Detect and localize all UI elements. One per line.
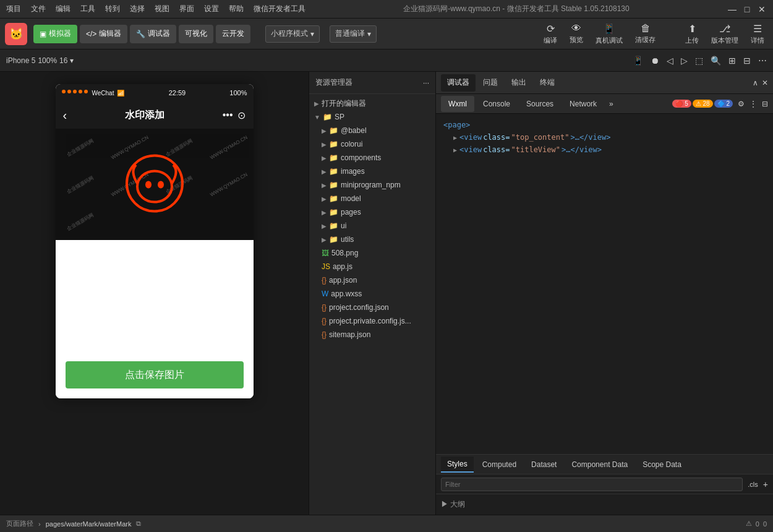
save-image-button[interactable]: 点击保存图片 [66,361,244,388]
styles-tab-styles[interactable]: Styles [441,457,474,473]
debugger-btn[interactable]: 🔧 调试器 [130,25,176,43]
warning-badge: ⚠ 28 [693,100,713,108]
wm-text-4: WWW.QYMAO.CN [209,134,248,160]
dock-icon[interactable]: ⊟ [762,100,768,108]
folder-model[interactable]: ▶ 📁 model [309,192,435,205]
folder-icon: 📁 [329,126,338,135]
detail-button[interactable]: ☰ 详情 [747,22,768,46]
screenshot-icon[interactable]: ⬚ [695,56,703,66]
menu-bar[interactable]: 项目 文件 编辑 工具 转到 选择 视图 界面 设置 帮助 微信开发者工具 [6,4,305,14]
detail-icon: ☰ [753,23,762,35]
settings-icon[interactable]: ⚙ [738,100,745,108]
forward-icon[interactable]: ▷ [681,56,688,66]
menu-item-edit[interactable]: 编辑 [56,4,70,14]
clear-cache-button[interactable]: 🗑 清缓存 [631,22,659,46]
qr-icon[interactable]: ⊞ [728,56,736,66]
real-debug-button[interactable]: 📱 真机调试 [592,22,626,46]
folder-utils[interactable]: ▶ 📁 utils [309,233,435,246]
styles-filter-input[interactable] [441,478,743,491]
back-icon[interactable]: ◁ [667,56,673,66]
version-mgr-button[interactable]: ⎇ 版本管理 [707,22,742,46]
menu-item-settings[interactable]: 设置 [204,4,219,14]
page-tab-network[interactable]: Network [562,96,604,112]
folder-components[interactable]: ▶ 📁 components [309,151,435,165]
info-badge: 🔷 2 [714,100,733,108]
back-arrow-icon[interactable]: ‹ [63,108,67,122]
more-dots-icon[interactable]: ••• [223,109,233,121]
tab-debugger[interactable]: 调试器 [441,74,476,92]
folder-ui[interactable]: ▶ 📁 ui [309,219,435,233]
search-icon[interactable]: 🔍 [711,56,721,66]
grid-icon[interactable]: ⊟ [743,56,751,66]
compile-button[interactable]: ⟳ 编译 [540,22,561,46]
menu-item-interface[interactable]: 界面 [179,4,194,14]
dom-collapse-2[interactable]: ▶ [453,147,457,153]
page-path-label: 页面路径 [6,519,33,528]
folder-colorui[interactable]: ▶ 📁 colorui [309,137,435,151]
device-info[interactable]: iPhone 5 100% 16 ▾ [6,56,74,65]
file-sitemap-json[interactable]: {} sitemap.json [309,328,435,341]
file-app-json[interactable]: {} app.json [309,273,435,287]
close-devtools-icon[interactable]: ✕ [762,79,768,87]
menu-item-goto[interactable]: 转到 [105,4,120,14]
dom-collapse-1[interactable]: ▶ [453,134,457,141]
file-508-png[interactable]: 🖼 508.png [309,246,435,260]
tab-issues[interactable]: 问题 [477,74,504,92]
record-icon[interactable]: ⏺ [651,56,659,66]
mode-dropdown[interactable]: 小程序模式 ▾ [265,25,320,43]
cloud-btn[interactable]: 云开发 [216,25,250,43]
close-button[interactable]: ✕ [757,4,767,14]
page-tab-wxml[interactable]: Wxml [441,96,474,112]
sp-root-folder[interactable]: ▼ 📁 SP [309,110,435,124]
file-explorer-more-icon[interactable]: ··· [423,79,429,87]
page-tab-console[interactable]: Console [476,96,518,112]
simulator-panel: WeChat 📶 22:59 100% ‹ 水印添加 ••• ⊙ [0,72,309,515]
file-project-private-config-js[interactable]: {} project.private.config.js... [309,314,435,328]
more-icon[interactable]: ⋯ [758,56,767,66]
menu-item-file[interactable]: 文件 [31,4,46,14]
page-tab-sources[interactable]: Sources [519,96,561,112]
opened-editors-section[interactable]: ▶ 打开的编辑器 [309,97,435,110]
upload-button[interactable]: ⬆ 上传 [681,22,703,46]
more-options-icon[interactable]: ⋮ [750,100,757,108]
maximize-button[interactable]: □ [742,4,752,14]
file-app-js[interactable]: JS app.js [309,260,435,273]
target-icon[interactable]: ⊙ [237,109,246,121]
menu-item-view[interactable]: 视图 [155,4,169,14]
styles-tab-computed[interactable]: Computed [476,457,523,473]
file-project-config-json[interactable]: {} project.config.json [309,301,435,314]
phone-frame: WeChat 📶 22:59 100% ‹ 水印添加 ••• ⊙ [56,84,254,398]
folder-images[interactable]: ▶ 📁 images [309,165,435,178]
more-tabs-button[interactable]: » [605,100,617,108]
file-app-wxss[interactable]: W app.wxss [309,287,435,301]
copy-path-icon[interactable]: ⧉ [136,520,141,528]
menu-item-tools[interactable]: 工具 [80,4,95,14]
simulator-toolbar-icons: 📱 ⏺ ◁ ▷ ⬚ 🔍 ⊞ ⊟ ⋯ [633,56,767,66]
collapse-icon[interactable]: ∧ [753,79,758,87]
compile-mode-dropdown[interactable]: 普通编译 ▾ [330,25,377,43]
visualizer-btn[interactable]: 可视化 [179,25,213,43]
add-style-button[interactable]: + [763,479,768,489]
simulator-btn[interactable]: ▣ 模拟器 [33,25,77,43]
styles-tab-component-data[interactable]: Component Data [565,457,634,473]
tab-terminal[interactable]: 终端 [534,74,561,92]
menu-item-wechat-devtools[interactable]: 微信开发者工具 [254,4,305,14]
editor-btn[interactable]: </> 编辑器 [80,25,127,43]
styles-tab-dataset[interactable]: Dataset [525,457,563,473]
menu-item-select[interactable]: 选择 [130,4,145,14]
styles-tab-scope-data[interactable]: Scope Data [636,457,688,473]
preview-button[interactable]: 👁 预览 [566,22,587,46]
folder-pages[interactable]: ▶ 📁 pages [309,205,435,219]
menu-item-help[interactable]: 帮助 [229,4,244,14]
menu-item-project[interactable]: 项目 [6,4,21,14]
phone-image-area: 企业猫源码网 WWW.QYMAO.CN 企业猫源码网 WWW.QYMAO.CN … [56,129,254,240]
dom-page-tag[interactable]: <page> [443,121,470,129]
cls-button[interactable]: .cls [748,481,758,488]
folder-miniprogram-npm[interactable]: ▶ 📁 miniprogram_npm [309,178,435,192]
minimize-button[interactable]: — [727,4,737,14]
tab-output[interactable]: 输出 [505,74,532,92]
window-controls[interactable]: — □ ✕ [727,4,767,14]
page-path[interactable]: pages/waterMark/waterMark [46,520,132,528]
folder-babel[interactable]: ▶ 📁 @babel [309,124,435,137]
phone-frame-icon[interactable]: 📱 [633,56,643,66]
